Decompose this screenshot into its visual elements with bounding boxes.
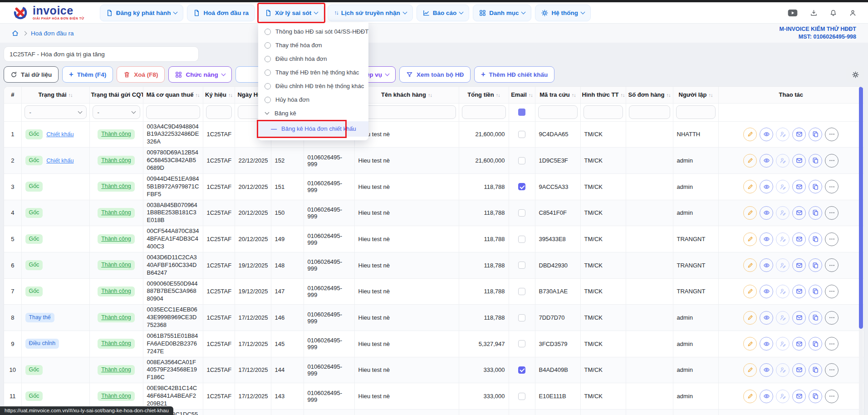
invoice-template-select[interactable]: 1C25TAF - Hóa đơn giá trị gia tăng bbox=[4, 46, 199, 62]
email-checkbox[interactable] bbox=[518, 366, 525, 374]
sign-action-button[interactable] bbox=[776, 128, 790, 141]
mail-action-button[interactable] bbox=[792, 154, 806, 168]
mail-action-button[interactable] bbox=[792, 285, 806, 298]
toolbar-button-1[interactable]: +Thêm (F4) bbox=[62, 66, 113, 83]
filter-input-4[interactable] bbox=[206, 105, 232, 119]
email-checkbox[interactable] bbox=[518, 183, 525, 190]
email-filter-checkbox[interactable] bbox=[518, 109, 525, 116]
mail-action-button[interactable] bbox=[792, 258, 806, 272]
filter-input-13[interactable] bbox=[629, 105, 670, 119]
youtube-icon[interactable] bbox=[788, 9, 798, 17]
sign-action-button[interactable] bbox=[776, 285, 790, 298]
discount-link[interactable]: Chiết khấu bbox=[46, 131, 74, 138]
copy-action-button[interactable] bbox=[809, 128, 822, 141]
edit-action-button[interactable] bbox=[743, 206, 757, 220]
email-checkbox[interactable] bbox=[518, 236, 525, 243]
sort-icon[interactable]: ↑↓ bbox=[529, 92, 533, 98]
sort-icon[interactable]: ↑↓ bbox=[496, 92, 500, 98]
copy-action-button[interactable] bbox=[809, 390, 822, 403]
col-header-2[interactable]: Trạng thái gửi CQT↑↓ bbox=[89, 87, 143, 103]
mail-action-button[interactable] bbox=[792, 206, 806, 220]
col-header-10[interactable]: Email↑↓ bbox=[509, 87, 535, 103]
filter-input-9[interactable] bbox=[462, 105, 506, 119]
col-header-8[interactable]: Tên khách hàng↑↓ bbox=[354, 87, 459, 103]
sort-icon[interactable]: ↑↓ bbox=[228, 92, 232, 98]
copy-action-button[interactable] bbox=[809, 337, 822, 351]
dropdown-item-3[interactable]: Thay thế HĐ trên hệ thống khác bbox=[258, 66, 368, 79]
cqt-status-badge[interactable]: Thành công bbox=[98, 313, 134, 323]
email-checkbox[interactable] bbox=[518, 314, 525, 321]
cqt-status-badge[interactable]: Thành công bbox=[98, 260, 134, 270]
sign-action-button[interactable] bbox=[776, 206, 790, 220]
edit-action-button[interactable] bbox=[743, 128, 757, 141]
filter-input-8[interactable] bbox=[358, 105, 456, 119]
breadcrumb-current[interactable]: Hoá đơn đầu ra bbox=[31, 30, 74, 37]
sign-action-button[interactable] bbox=[776, 363, 790, 377]
cqt-status-badge[interactable]: Thành công bbox=[98, 129, 134, 139]
dropdown-item-0[interactable]: Thông báo HĐ sai sót 04/SS-HĐĐT bbox=[258, 25, 368, 39]
more-action-button[interactable] bbox=[825, 258, 839, 272]
col-header-9[interactable]: Tổng tiền↑↓ bbox=[459, 87, 509, 103]
sort-icon[interactable]: ↑↓ bbox=[428, 92, 432, 98]
col-header-11[interactable]: Mã tra cứu↑↓ bbox=[535, 87, 580, 103]
sign-action-button[interactable] bbox=[776, 154, 790, 168]
cqt-status-badge[interactable]: Thành công bbox=[98, 182, 134, 192]
dropdown-item-2[interactable]: Điều chỉnh hóa đơn bbox=[258, 52, 368, 66]
copy-action-button[interactable] bbox=[809, 258, 822, 272]
sign-action-button[interactable] bbox=[776, 258, 790, 272]
toolbar-button-7[interactable]: +Thêm HĐ chiết khấu bbox=[474, 66, 554, 83]
filter-select-2[interactable]: - bbox=[93, 105, 140, 119]
more-action-button[interactable] bbox=[825, 206, 839, 220]
copy-action-button[interactable] bbox=[809, 285, 822, 298]
email-checkbox[interactable] bbox=[518, 262, 525, 269]
sort-icon[interactable]: ↑↓ bbox=[667, 92, 671, 98]
cqt-status-badge[interactable]: Thành công bbox=[98, 156, 134, 166]
col-header-1[interactable]: Trạng thái↑↓ bbox=[21, 87, 89, 103]
col-header-4[interactable]: Ký hiệu↑↓ bbox=[203, 87, 235, 103]
edit-action-button[interactable] bbox=[743, 154, 757, 168]
cqt-status-badge[interactable]: Thành công bbox=[98, 339, 134, 349]
logo[interactable]: invoice GIẢI PHÁP HÓA ĐƠN ĐIỆN TỬ bbox=[12, 4, 84, 21]
copy-action-button[interactable] bbox=[809, 180, 822, 193]
more-action-button[interactable] bbox=[825, 363, 839, 377]
mail-action-button[interactable] bbox=[792, 128, 806, 141]
edit-action-button[interactable] bbox=[743, 258, 757, 272]
more-action-button[interactable] bbox=[825, 154, 839, 168]
edit-action-button[interactable] bbox=[743, 337, 757, 351]
sign-action-button[interactable] bbox=[776, 180, 790, 193]
view-action-button[interactable] bbox=[760, 180, 773, 193]
email-checkbox[interactable] bbox=[518, 131, 525, 138]
mail-action-button[interactable] bbox=[792, 180, 806, 193]
view-action-button[interactable] bbox=[760, 285, 773, 298]
dropdown-item-5[interactable]: Hủy hóa đơn bbox=[258, 93, 368, 107]
email-checkbox[interactable] bbox=[518, 393, 525, 400]
nav-item-2[interactable]: Xử lý sai sótThông báo HĐ sai sót 04/SS-… bbox=[259, 5, 324, 21]
more-action-button[interactable] bbox=[825, 232, 839, 246]
cqt-status-badge[interactable]: Thành công bbox=[98, 391, 134, 401]
sort-icon[interactable]: ↑↓ bbox=[195, 92, 199, 98]
nav-item-3[interactable]: ↑↓Lịch sử truyền nhận bbox=[328, 5, 412, 21]
view-action-button[interactable] bbox=[760, 206, 773, 220]
sign-action-button[interactable] bbox=[776, 311, 790, 325]
email-checkbox[interactable] bbox=[518, 288, 525, 295]
sort-icon[interactable]: ↑↓ bbox=[572, 92, 576, 98]
edit-action-button[interactable] bbox=[743, 285, 757, 298]
download-icon[interactable] bbox=[810, 10, 817, 16]
more-action-button[interactable] bbox=[825, 285, 839, 298]
more-action-button[interactable] bbox=[825, 128, 839, 141]
toolbar-button-2[interactable]: Xoá (F8) bbox=[117, 66, 165, 83]
col-header-12[interactable]: Hình thức TT↑↓ bbox=[580, 87, 626, 103]
view-action-button[interactable] bbox=[760, 128, 773, 141]
email-checkbox[interactable] bbox=[518, 157, 525, 164]
copy-action-button[interactable] bbox=[809, 232, 822, 246]
copy-action-button[interactable] bbox=[809, 154, 822, 168]
sort-icon[interactable]: ↑↓ bbox=[709, 92, 713, 98]
more-action-button[interactable] bbox=[825, 311, 839, 325]
table-settings-button[interactable] bbox=[846, 66, 864, 83]
discount-link[interactable]: Chiết khấu bbox=[46, 158, 74, 164]
user-icon[interactable] bbox=[849, 10, 856, 16]
toolbar-button-3[interactable]: Chức năng bbox=[168, 66, 231, 83]
copy-action-button[interactable] bbox=[809, 206, 822, 220]
mail-action-button[interactable] bbox=[792, 311, 806, 325]
vertical-scrollbar[interactable] bbox=[859, 87, 863, 415]
